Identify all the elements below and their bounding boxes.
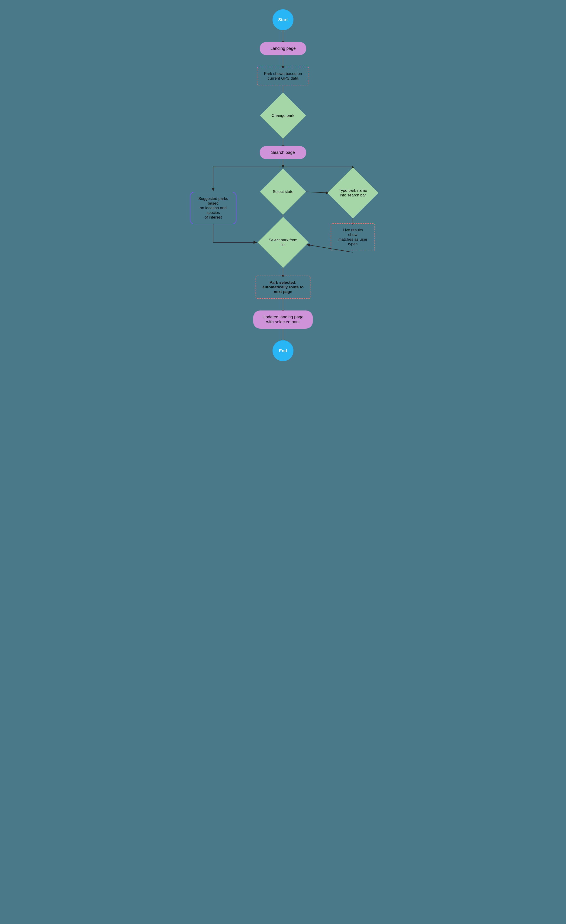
select-park-inner: Select park from list [265,236,301,249]
updated-landing-node: Updated landing page with selected park [253,310,313,328]
arrow-9 [283,299,283,310]
type-park-node: Type park name into search bar [327,167,378,218]
updated-landing-label: Updated landing page with selected park [263,315,303,324]
park-gps-label: Park shown based on current GPS data [264,72,302,81]
suggested-parks-node: Suggested parks based on location and sp… [190,192,236,224]
live-results-label: Live results show matches as user types [338,228,368,246]
select-state-node: Select state [260,169,306,215]
select-state-label: Select state [273,189,293,194]
select-state-diamond-wrapper: Select state [264,173,302,210]
arrow-2 [283,55,283,67]
end-label: End [279,348,287,353]
left-col: Suggested parks based on location and sp… [188,173,239,224]
type-park-inner: Type park name into search bar [336,186,369,200]
arrow-1 [283,30,283,42]
park-selected-node: Park selected; automatically route to ne… [255,276,311,299]
select-park-node: Select park from list [257,217,308,268]
change-park-inner: Change park [269,111,296,120]
select-park-diamond-wrapper: Select park from list [263,222,303,263]
flowchart: Start Landing page Park shown based on c… [183,4,383,370]
live-results-node: Live results show matches as user types [331,223,375,251]
change-park-label: Change park [272,113,294,118]
park-selected-label: Park selected; automatically route to ne… [263,280,304,294]
three-col-section: Suggested parks based on location and sp… [188,173,378,263]
start-node: Start [273,9,293,30]
landing-page-node: Landing page [260,42,306,55]
type-park-label: Type park name into search bar [339,188,367,197]
park-gps-node: Park shown based on current GPS data [257,67,309,86]
right-col: Type park name into search bar Live resu… [327,173,378,251]
center-col: Select state Select park from list [257,173,309,263]
search-page-node: Search page [260,146,306,159]
change-park-diamond-wrapper: Change park [264,97,302,134]
type-park-diamond-wrapper: Type park name into search bar [333,173,373,214]
change-park-node: Change park [260,93,306,139]
landing-page-label: Landing page [270,46,296,51]
select-state-inner: Select state [270,187,296,196]
arrow-10 [283,328,283,340]
start-label: Start [278,18,288,22]
suggested-parks-label: Suggested parks based on location and sp… [198,196,228,219]
search-page-label: Search page [271,150,295,155]
select-park-label: Select park from list [269,238,297,247]
end-node: End [273,340,293,361]
